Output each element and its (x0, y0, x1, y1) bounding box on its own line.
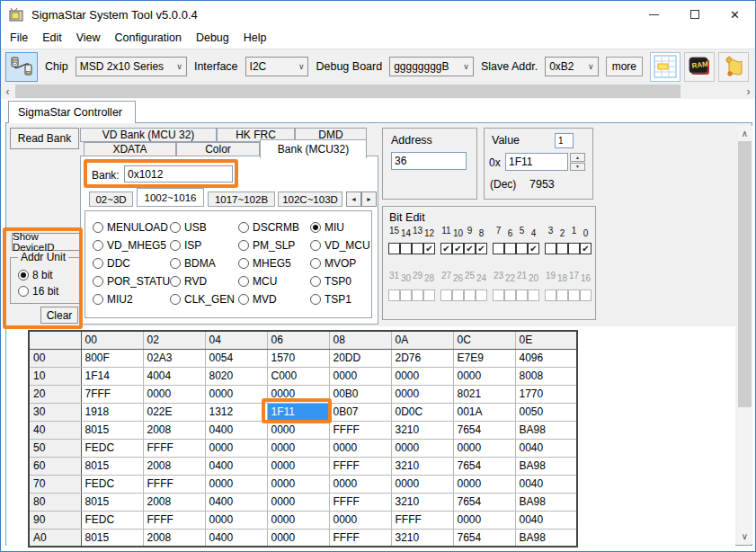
bit-checkbox-9[interactable]: ✔ (464, 243, 476, 254)
table-cell-70-08[interactable]: 0000 (329, 475, 391, 493)
table-cell-50-02[interactable]: FFFF (143, 439, 205, 457)
range-tab-1002-1016[interactable]: 1002~1016 (137, 188, 204, 207)
radio-mcu[interactable]: MCU (238, 272, 310, 290)
tab-sigmastar-controller[interactable]: SigmaStar Controller (8, 101, 136, 123)
chip-dropdown[interactable]: MSD 2x10 Series ∨ (76, 57, 187, 76)
table-cell-00-0A[interactable]: 2D76 (391, 349, 453, 367)
usb-connect-button[interactable] (5, 52, 38, 82)
range-tab-02-3d[interactable]: 02~3D (89, 191, 133, 207)
tab-vd-bank-mcu-32[interactable]: VD Bank (MCU 32) (80, 128, 217, 142)
bit-checkbox-3[interactable] (545, 243, 556, 254)
table-cell-50-0C[interactable]: 0000 (453, 439, 515, 457)
table-cell-50-0E[interactable]: 0040 (515, 439, 577, 457)
minimize-button[interactable] (634, 1, 674, 28)
address-input[interactable] (391, 152, 467, 170)
table-cell-80-08[interactable]: FFFF (329, 493, 391, 511)
table-cell-40-0C[interactable]: 7654 (453, 421, 515, 439)
table-cell-80-00[interactable]: 8015 (81, 493, 143, 511)
read-bank-button[interactable]: Read Bank (10, 128, 79, 149)
table-cell-10-0E[interactable]: 8008 (515, 367, 577, 385)
selected-cell[interactable]: 1F11 (267, 403, 329, 421)
table-cell-A0-02[interactable]: 2008 (143, 529, 205, 547)
radio-usb[interactable]: USB (170, 218, 238, 236)
radio-pm-slp[interactable]: PM_SLP (238, 236, 310, 254)
table-cell-90-02[interactable]: FFFF (143, 511, 205, 529)
radio-mvd[interactable]: MVD (238, 290, 310, 308)
table-cell-60-08[interactable]: FFFF (329, 457, 391, 475)
script-button[interactable] (718, 52, 749, 82)
interface-dropdown[interactable]: I2C ∨ (245, 57, 309, 76)
scroll-left-icon[interactable]: ‹ (1, 84, 14, 99)
radio-vd-mheg5[interactable]: VD_MHEG5 (93, 236, 170, 254)
bit-checkbox-11[interactable]: ✔ (440, 243, 452, 254)
table-cell-A0-0A[interactable]: 3210 (391, 529, 453, 547)
table-cell-20-0A[interactable]: 0000 (391, 385, 453, 403)
bit-checkbox-6[interactable] (504, 243, 516, 254)
spin-up-icon[interactable]: ▲ (570, 153, 585, 162)
vertical-scrollbar[interactable]: ∧ ∨ (737, 126, 752, 544)
range-tab-prev-button[interactable]: ◄ (346, 191, 361, 207)
table-cell-40-0E[interactable]: BA98 (515, 421, 577, 439)
table-cell-30-0A[interactable]: 0D0C (391, 403, 453, 421)
table-cell-50-08[interactable]: 0000 (329, 439, 391, 457)
table-cell-00-0E[interactable]: 4096 (515, 349, 577, 367)
table-cell-20-00[interactable]: 7FFF (81, 385, 143, 403)
table-cell-A0-0C[interactable]: 7654 (453, 529, 515, 547)
table-cell-A0-0E[interactable]: BA98 (515, 529, 577, 547)
table-cell-50-0A[interactable]: 0000 (391, 439, 453, 457)
table-cell-40-02[interactable]: 2008 (143, 421, 205, 439)
bit-checkbox-1[interactable] (568, 243, 580, 254)
table-cell-50-04[interactable]: 0000 (205, 439, 267, 457)
bit-checkbox-5[interactable] (516, 243, 528, 254)
table-cell-80-0C[interactable]: 7654 (453, 493, 515, 511)
range-tab-102c-103d[interactable]: 102C~103D (278, 191, 342, 207)
range-tab-1017-102b[interactable]: 1017~102B (208, 191, 275, 207)
radio-tsp0[interactable]: TSP0 (310, 272, 375, 290)
table-cell-20-06[interactable]: 0000 (267, 385, 329, 403)
radio-vd-mcu[interactable]: VD_MCU (310, 236, 375, 254)
value-count-input[interactable] (555, 133, 574, 148)
table-cell-70-00[interactable]: FEDC (81, 475, 143, 493)
table-cell-90-04[interactable]: 0000 (205, 511, 267, 529)
radio-miu[interactable]: MIU (310, 218, 375, 236)
table-cell-00-06[interactable]: 1570 (267, 349, 329, 367)
table-cell-70-0E[interactable]: 0040 (515, 475, 577, 493)
table-cell-80-0E[interactable]: BA98 (515, 493, 577, 511)
table-cell-30-0C[interactable]: 001A (453, 403, 515, 421)
close-button[interactable]: ✕ (715, 1, 755, 28)
tab-color[interactable]: Color (176, 142, 260, 156)
value-hex-input[interactable] (505, 153, 568, 171)
table-cell-70-06[interactable]: 0000 (267, 475, 329, 493)
tab-bank-mcu32[interactable]: Bank (MCU32) (260, 139, 367, 158)
radio-8-bit[interactable]: 8 bit (18, 269, 53, 281)
tab-xdata[interactable]: XDATA (84, 142, 176, 156)
table-cell-40-08[interactable]: FFFF (329, 421, 391, 439)
table-cell-10-06[interactable]: C000 (267, 367, 329, 385)
table-cell-10-08[interactable]: 0000 (329, 367, 391, 385)
spin-down-icon[interactable]: ▼ (570, 163, 585, 172)
radio-16-bit[interactable]: 16 bit (18, 285, 58, 298)
range-tab-next-button[interactable]: ► (361, 191, 377, 207)
table-cell-00-00[interactable]: 800F (81, 349, 143, 367)
table-cell-20-02[interactable]: 0000 (143, 385, 205, 403)
radio-rvd[interactable]: RVD (170, 272, 238, 290)
bit-checkbox-10[interactable]: ✔ (452, 243, 464, 254)
table-cell-20-04[interactable]: 0000 (205, 385, 267, 403)
table-cell-00-0C[interactable]: E7E9 (453, 349, 515, 367)
table-cell-70-04[interactable]: 0000 (205, 475, 267, 493)
debug-board-dropdown[interactable]: ggggggggB ∨ (389, 57, 474, 76)
table-cell-40-0A[interactable]: 3210 (391, 421, 453, 439)
radio-menuload[interactable]: MENULOAD (93, 218, 170, 236)
table-cell-60-0E[interactable]: BA98 (515, 457, 577, 475)
radio-clk-gen[interactable]: CLK_GEN (170, 290, 238, 308)
table-cell-10-0A[interactable]: 0000 (391, 367, 453, 385)
table-cell-60-0A[interactable]: 3210 (391, 457, 453, 475)
maximize-button[interactable] (674, 1, 715, 28)
table-cell-00-04[interactable]: 0054 (205, 349, 267, 367)
table-cell-60-04[interactable]: 0400 (205, 457, 267, 475)
table-cell-60-0C[interactable]: 7654 (453, 457, 515, 475)
table-cell-70-0A[interactable]: 0000 (391, 475, 453, 493)
table-cell-10-02[interactable]: 4004 (143, 367, 205, 385)
menu-item-help[interactable]: Help (236, 28, 274, 49)
radio-bdma[interactable]: BDMA (170, 254, 238, 272)
